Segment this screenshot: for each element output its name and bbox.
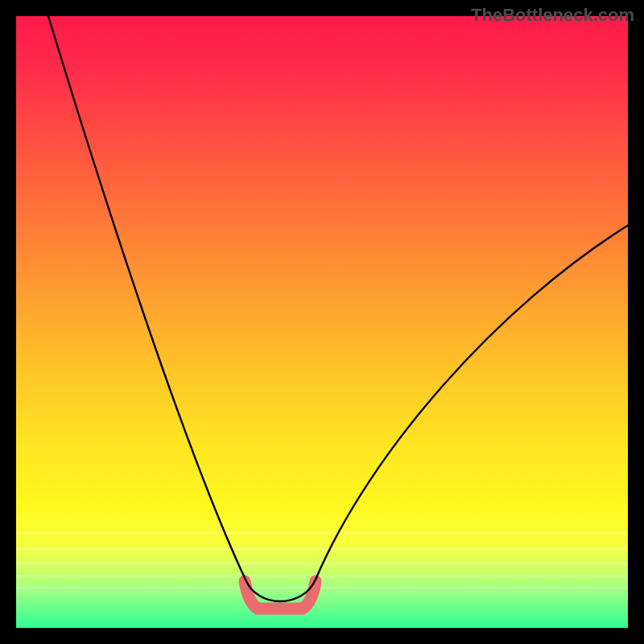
- optimal-range-marker: [245, 581, 316, 609]
- curve-svg: [16, 16, 628, 628]
- bottleneck-curve: [48, 16, 628, 601]
- gradient-plot-area: [16, 16, 628, 628]
- watermark-text: TheBottleneck.com: [471, 5, 634, 26]
- chart-stage: TheBottleneck.com: [0, 0, 644, 644]
